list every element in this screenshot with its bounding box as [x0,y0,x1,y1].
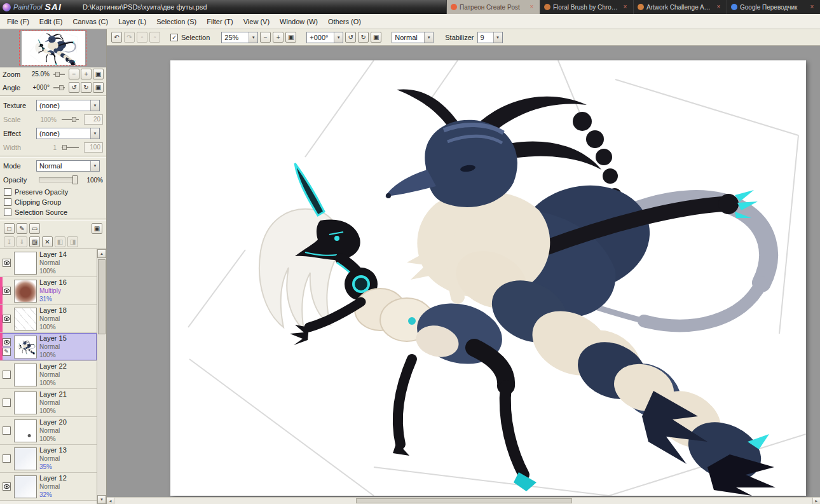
rotate-cw-button[interactable]: ↻ [358,32,369,43]
layer-row[interactable]: Layer 14Normal100% [0,249,97,277]
opacity-slider-handle[interactable] [72,175,78,184]
scroll-left-button[interactable]: ◀ [107,498,114,504]
new-lineart-layer-button[interactable]: ✎ [17,223,27,234]
menu-item[interactable]: File (F) [3,16,34,27]
menu-item[interactable]: View (V) [239,16,274,27]
zoom-reset-button[interactable]: ▣ [285,32,296,43]
close-tab-icon[interactable]: × [714,3,723,11]
layer-visibility-toggle[interactable] [3,371,11,379]
scrollbar-thumb[interactable] [356,498,572,503]
close-tab-icon[interactable]: × [528,3,536,11]
layer-visibility-toggle[interactable] [3,338,11,346]
layer-row[interactable]: Layer 12Normal32% [0,473,97,501]
layer-row[interactable]: Layer 22Normal100% [0,361,97,389]
stabilizer-select[interactable]: 9 ▼ [477,32,503,43]
dropdown-button[interactable]: ▼ [90,161,99,171]
paint-effect-button[interactable]: ▣ [92,223,102,234]
layer-option[interactable]: Selection Source [0,207,106,217]
scroll-down-button[interactable]: ▼ [97,495,106,504]
zoom-select[interactable]: 25% ▼ [221,32,258,43]
checkbox[interactable] [4,198,11,206]
angle-slider[interactable] [53,83,65,92]
layer-visibility-toggle[interactable] [3,315,11,323]
layer-visibility-toggle[interactable] [3,482,11,491]
delete-layer-button[interactable]: ✕ [42,236,53,247]
merge-down-button[interactable]: ⇓ [17,236,27,247]
new-layer-set-button[interactable]: ▭ [29,223,40,234]
scroll-up-button[interactable]: ▲ [97,249,106,258]
dropdown-button[interactable]: ▼ [493,32,502,43]
checkbox[interactable] [4,188,11,196]
rotate-reset-button[interactable]: ▣ [93,82,104,93]
menu-item[interactable]: Window (W) [275,16,322,27]
layer-mode-select[interactable]: Normal ▼ [36,160,100,172]
undo-button[interactable]: ↶ [111,32,122,43]
browser-tab[interactable]: Floral Brush by Chrom…× [540,0,633,14]
clear-layer-button[interactable]: ▨ [29,236,40,247]
menu-item[interactable]: Filter (T) [202,16,238,27]
close-tab-icon[interactable]: × [621,3,629,11]
zoom-slider[interactable] [53,70,65,79]
stencil-button[interactable]: ◨ [67,236,78,247]
navigator-view-rect[interactable] [19,31,86,65]
close-tab-icon[interactable]: × [808,3,816,11]
browser-tab[interactable]: Google Переводчик× [727,0,820,14]
layer-row[interactable]: ✎Layer 15Normal100% [0,333,97,361]
redo-button[interactable]: ↷ [124,32,135,43]
canvas-area[interactable]: ◀ ▶ [107,46,820,504]
layer-visibility-toggle[interactable] [3,426,11,435]
zoom-in-button[interactable]: + [273,32,284,43]
menu-item[interactable]: Others (O) [324,16,366,27]
rotate-ccw-button[interactable]: ↺ [69,82,79,93]
angle-select[interactable]: +000° ▼ [306,32,343,43]
transfer-down-button[interactable]: ↧ [4,236,15,247]
menu-item[interactable]: Selection (S) [152,16,201,27]
rotate-reset-button[interactable]: ▣ [371,32,381,43]
browser-tab[interactable]: Патреон Create Post× [446,0,540,14]
canvas-horizontal-scrollbar[interactable]: ◀ ▶ [107,497,820,504]
opacity-slider[interactable] [39,177,78,182]
layer-visibility-toggle[interactable] [3,259,11,267]
new-layer-button[interactable]: □ [4,223,15,234]
layer-row[interactable]: Layer 16Multiply31% [0,277,97,305]
layer-visibility-toggle[interactable] [3,454,11,463]
layer-paint-mode-toggle[interactable]: ✎ [3,348,11,356]
texture-select[interactable]: (none) ▼ [36,100,100,111]
checkbox[interactable] [4,208,11,216]
layer-list-scrollbar[interactable]: ▲ ▼ [97,249,106,504]
scrollbar-thumb[interactable] [98,259,106,334]
menu-item[interactable]: Edit (E) [35,16,67,27]
dropdown-button[interactable]: ▼ [90,128,99,139]
navigator-panel[interactable] [0,29,106,67]
mask-button[interactable]: ◧ [55,236,65,247]
selection-undo-button[interactable]: ▫ [137,32,147,43]
dropdown-button[interactable]: ▼ [249,32,257,43]
layer-option[interactable]: Preserve Opacity [0,187,106,197]
zoom-in-button[interactable]: + [81,69,92,79]
rotate-cw-button[interactable]: ↻ [81,82,92,93]
browser-tab[interactable]: Artwork Challenge Arc…× [633,0,727,14]
layer-visibility-toggle[interactable] [3,287,11,295]
layer-option[interactable]: Clipping Group [0,197,106,207]
scroll-right-button[interactable]: ▶ [812,498,820,504]
layer-row[interactable]: Layer 13Normal35% [0,445,97,473]
scrollbar-track[interactable] [114,498,812,504]
zoom-out-button[interactable]: − [260,32,271,43]
layer-row[interactable]: Layer 21Normal100% [0,389,97,417]
layer-visibility-toggle[interactable] [3,398,11,407]
zoom-out-button[interactable]: − [69,69,79,79]
dropdown-button[interactable]: ▼ [424,32,433,43]
layer-row[interactable]: Layer 18Normal100% [0,305,97,333]
layer-row[interactable]: Layer 20Normal100% [0,417,97,445]
paint-mode-select[interactable]: Normal ▼ [392,32,434,43]
rotate-ccw-button[interactable]: ↺ [345,32,356,43]
selection-checkbox[interactable]: ✓ [170,34,178,41]
menu-item[interactable]: Layer (L) [114,16,151,27]
dropdown-button[interactable]: ▼ [334,32,343,43]
zoom-reset-button[interactable]: ▣ [93,69,104,79]
dropdown-button[interactable]: ▼ [90,100,99,111]
document-canvas[interactable] [170,60,806,496]
menu-item[interactable]: Canvas (C) [69,16,113,27]
effect-select[interactable]: (none) ▼ [36,128,100,139]
selection-redo-button[interactable]: ▫ [149,32,160,43]
